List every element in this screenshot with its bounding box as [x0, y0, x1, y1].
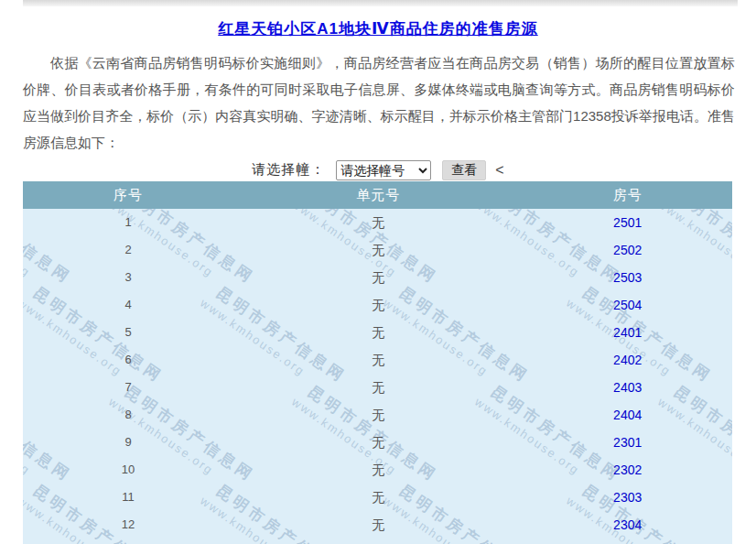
row-room: 2304	[523, 511, 732, 539]
row-seq: 2	[23, 236, 233, 264]
row-room: 2303	[523, 484, 732, 511]
room-number-link[interactable]: 2503	[613, 270, 642, 285]
row-seq: 5	[23, 319, 233, 346]
notice-paragraph: 依据《云南省商品房销售明码标价实施细则》，商品房经营者应当在商品房交易（销售）场…	[23, 49, 735, 156]
table-row: 12无2304	[23, 511, 732, 539]
row-seq: 1	[23, 209, 233, 236]
table-row: 7无2403	[23, 374, 732, 401]
table-row: 3无2503	[23, 264, 732, 291]
room-number-link[interactable]: 2301	[613, 435, 642, 450]
table-row: 10无2302	[23, 456, 732, 484]
column-header-unit: 单元号	[233, 181, 523, 209]
row-unit: 无	[233, 319, 523, 346]
row-unit: 无	[233, 401, 523, 429]
column-header-room: 房号	[523, 181, 732, 209]
room-number-link[interactable]: 2402	[613, 353, 642, 367]
row-seq: 13	[23, 539, 233, 544]
row-unit: 无	[233, 539, 523, 544]
room-number-link[interactable]: 2404	[613, 408, 642, 422]
room-number-link[interactable]: 2501	[613, 215, 642, 230]
room-number-link[interactable]: 2401	[613, 325, 642, 340]
room-number-link[interactable]: 2302	[613, 462, 642, 477]
row-seq: 3	[23, 264, 233, 291]
listing-table: 昆明市房产信息网www.kmhouse.org昆明市房产信息网www.kmhou…	[23, 181, 732, 544]
room-number-link[interactable]: 2504	[613, 298, 642, 312]
table-row: 1无2501	[23, 209, 732, 236]
row-room: 2403	[523, 374, 732, 401]
row-room: 2502	[523, 236, 732, 264]
page-title-link[interactable]: 红星天铂小区A1地块Ⅳ商品住房的准售房源	[218, 20, 537, 38]
row-unit: 无	[233, 209, 523, 236]
row-seq: 9	[23, 429, 233, 456]
row-seq: 6	[23, 346, 233, 374]
tower-select[interactable]: 请选择幢号	[336, 160, 431, 180]
table-row: 11无2303	[23, 484, 732, 511]
row-unit: 无	[233, 236, 523, 264]
row-room: 2301	[523, 429, 732, 456]
row-room: 2404	[523, 401, 732, 429]
row-unit: 无	[233, 484, 523, 511]
row-seq: 8	[23, 401, 233, 429]
prev-page-arrow[interactable]: <	[495, 162, 503, 179]
row-seq: 12	[23, 511, 233, 539]
row-unit: 无	[233, 456, 523, 484]
table-row: 6无2402	[23, 346, 732, 374]
row-room: 2501	[523, 209, 732, 236]
tower-select-label: 请选择幢：	[252, 161, 325, 179]
tower-select-row: 请选择幢： 请选择幢号 查看 <	[0, 158, 756, 181]
row-unit: 无	[233, 429, 523, 456]
top-divider-bar	[23, 0, 738, 6]
table-row: 8无2404	[23, 401, 732, 429]
room-number-link[interactable]: 2303	[613, 490, 642, 505]
column-header-seq: 序号	[23, 181, 233, 209]
title-row: 红星天铂小区A1地块Ⅳ商品住房的准售房源	[0, 18, 756, 42]
table-row: 4无2504	[23, 291, 732, 319]
table-row: 13无2201	[23, 539, 732, 544]
room-number-link[interactable]: 2502	[613, 243, 642, 257]
row-seq: 4	[23, 291, 233, 319]
room-number-link[interactable]: 2403	[613, 380, 642, 395]
table-row: 2无2502	[23, 236, 732, 264]
row-room: 2201	[523, 539, 732, 544]
row-room: 2402	[523, 346, 732, 374]
row-unit: 无	[233, 511, 523, 539]
row-seq: 11	[23, 484, 233, 511]
row-seq: 7	[23, 374, 233, 401]
table-row: 5无2401	[23, 319, 732, 346]
room-number-link[interactable]: 2304	[613, 517, 642, 532]
row-room: 2503	[523, 264, 732, 291]
row-seq: 10	[23, 456, 233, 484]
table-row: 9无2301	[23, 429, 732, 456]
table-header-row: 序号单元号房号	[23, 181, 732, 209]
row-room: 2504	[523, 291, 732, 319]
row-room: 2302	[523, 456, 732, 484]
row-unit: 无	[233, 264, 523, 291]
row-unit: 无	[233, 291, 523, 319]
row-unit: 无	[233, 346, 523, 374]
row-room: 2401	[523, 319, 732, 346]
table-body: 1无25012无25023无25034无25045无24016无24027无24…	[23, 209, 732, 544]
row-unit: 无	[233, 374, 523, 401]
view-button[interactable]: 查看	[442, 160, 486, 180]
